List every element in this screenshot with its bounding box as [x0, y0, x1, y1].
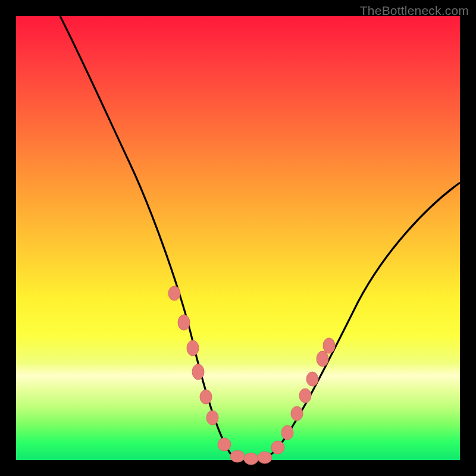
plot-area — [16, 16, 460, 460]
curve-marker — [230, 450, 245, 462]
curve-marker — [291, 406, 303, 421]
chart-frame: TheBottleneck.com — [0, 0, 476, 476]
bottleneck-curve — [60, 16, 460, 459]
curve-marker — [206, 411, 218, 425]
watermark-text: TheBottleneck.com — [360, 4, 469, 18]
curve-marker — [281, 425, 293, 440]
curve-marker — [192, 364, 204, 380]
curve-marker — [244, 453, 258, 465]
curve-marker — [258, 452, 272, 464]
curve-marker — [317, 351, 328, 367]
curve-marker — [187, 340, 199, 356]
chart-svg — [16, 16, 460, 460]
curve-marker — [271, 441, 284, 454]
curve-marker — [323, 338, 335, 353]
curve-marker — [200, 390, 212, 404]
curve-marker — [299, 389, 311, 403]
marker-group — [168, 286, 335, 465]
curve-marker — [168, 286, 180, 300]
curve-marker — [306, 372, 318, 386]
curve-marker — [218, 438, 231, 451]
curve-marker — [178, 315, 190, 330]
